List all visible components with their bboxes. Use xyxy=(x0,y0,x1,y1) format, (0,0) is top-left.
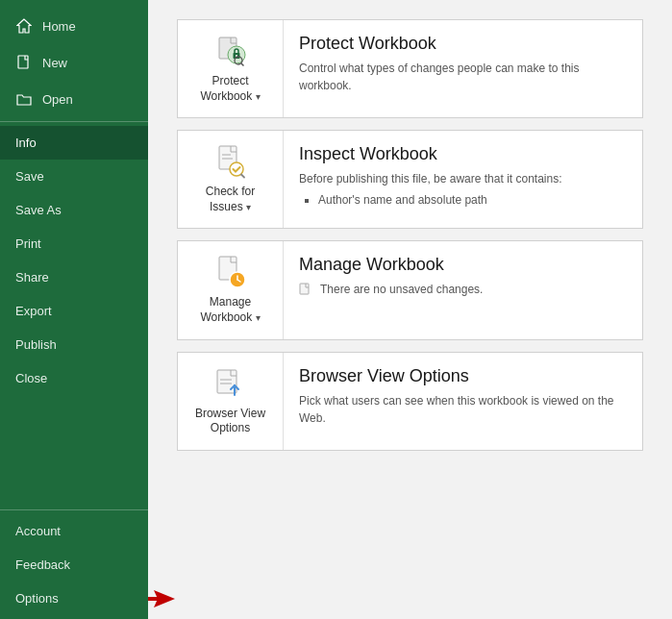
browser-view-content: Browser View Options Pick what users can… xyxy=(284,353,642,440)
protect-workbook-content: Protect Workbook Control what types of c… xyxy=(284,20,642,108)
sidebar-item-feedback-label: Feedback xyxy=(15,557,70,572)
sidebar-item-export-label: Export xyxy=(15,304,52,318)
sidebar-item-open-label: Open xyxy=(42,92,73,107)
manage-doc-icon xyxy=(299,283,312,296)
sidebar-item-info[interactable]: Info xyxy=(0,126,148,160)
inspect-workbook-content: Inspect Workbook Before publishing this … xyxy=(284,131,642,222)
manage-workbook-card: ManageWorkbook ▾ Manage Workbook There a… xyxy=(177,240,643,339)
home-icon xyxy=(15,17,33,35)
sidebar: Home New Open Info xyxy=(0,0,148,619)
protect-workbook-label: ProtectWorkbook ▾ xyxy=(200,74,260,104)
sidebar-item-save-label: Save xyxy=(15,169,44,184)
browser-view-icon-area[interactable]: Browser ViewOptions xyxy=(178,353,284,450)
sidebar-item-home-label: Home xyxy=(42,19,76,34)
inspect-workbook-card: Check forIssues ▾ Inspect Workbook Befor… xyxy=(177,130,643,229)
sidebar-item-options-label: Options xyxy=(15,591,59,606)
sidebar-top: Home New Open Info xyxy=(0,0,148,403)
main-content: ProtectWorkbook ▾ Protect Workbook Contr… xyxy=(148,0,672,619)
check-issues-icon-area[interactable]: Check forIssues ▾ xyxy=(178,131,284,228)
open-icon xyxy=(15,90,33,108)
svg-rect-18 xyxy=(300,284,309,294)
sidebar-item-save-as-label: Save As xyxy=(15,203,62,217)
manage-workbook-label: ManageWorkbook ▾ xyxy=(200,295,260,325)
manage-workbook-icon-area[interactable]: ManageWorkbook ▾ xyxy=(178,241,284,338)
manage-workbook-description: There are no unsaved changes. xyxy=(299,281,627,298)
sidebar-item-info-label: Info xyxy=(15,136,37,150)
sidebar-item-print[interactable]: Print xyxy=(0,227,148,260)
browser-view-title: Browser View Options xyxy=(299,366,627,386)
sidebar-item-account-label: Account xyxy=(15,524,61,538)
protect-workbook-card: ProtectWorkbook ▾ Protect Workbook Contr… xyxy=(177,19,643,118)
new-icon xyxy=(15,54,33,71)
manage-workbook-icon xyxy=(213,255,248,289)
svg-line-8 xyxy=(241,63,244,66)
sidebar-item-export[interactable]: Export xyxy=(0,294,148,328)
sidebar-item-save[interactable]: Save xyxy=(0,160,148,193)
sidebar-item-open[interactable]: Open xyxy=(0,81,148,117)
sidebar-item-publish[interactable]: Publish xyxy=(0,328,148,361)
sidebar-item-new[interactable]: New xyxy=(0,44,148,81)
check-issues-label: Check forIssues ▾ xyxy=(206,185,255,214)
inspect-workbook-title: Inspect Workbook xyxy=(299,144,627,164)
protect-workbook-description: Control what types of changes people can… xyxy=(299,60,627,94)
sidebar-item-save-as[interactable]: Save As xyxy=(0,193,148,227)
manage-workbook-content: Manage Workbook There are no unsaved cha… xyxy=(284,241,642,311)
sidebar-divider-top xyxy=(0,121,148,122)
inspect-workbook-description: Before publishing this file, be aware th… xyxy=(299,170,627,209)
sidebar-item-feedback[interactable]: Feedback xyxy=(0,548,148,582)
manage-workbook-title: Manage Workbook xyxy=(299,255,627,275)
svg-rect-0 xyxy=(18,56,28,68)
sidebar-item-close[interactable]: Close xyxy=(0,361,148,395)
browser-view-label: Browser ViewOptions xyxy=(195,407,265,436)
svg-line-13 xyxy=(241,175,244,178)
protect-workbook-title: Protect Workbook xyxy=(299,34,627,54)
inspect-workbook-list: Author's name and absolute path xyxy=(318,191,627,209)
browser-view-icon xyxy=(213,366,248,401)
options-arrow-icon xyxy=(148,590,175,607)
sidebar-bottom: Account Feedback Options xyxy=(0,509,148,619)
sidebar-item-share[interactable]: Share xyxy=(0,260,148,294)
check-issues-icon xyxy=(213,144,248,179)
sidebar-item-home[interactable]: Home xyxy=(0,8,148,44)
manage-row: There are no unsaved changes. xyxy=(299,281,627,298)
sidebar-item-close-label: Close xyxy=(15,371,47,385)
browser-view-card: Browser ViewOptions Browser View Options… xyxy=(177,352,643,451)
svg-rect-2 xyxy=(148,597,160,601)
protect-workbook-icon-area[interactable]: ProtectWorkbook ▾ xyxy=(178,20,284,117)
sidebar-item-publish-label: Publish xyxy=(15,337,57,352)
sidebar-item-print-label: Print xyxy=(15,236,41,251)
sidebar-item-share-label: Share xyxy=(15,270,49,285)
sidebar-item-account[interactable]: Account xyxy=(0,514,148,548)
protect-workbook-icon xyxy=(213,34,248,68)
sidebar-item-new-label: New xyxy=(42,56,67,70)
list-item: Author's name and absolute path xyxy=(318,191,627,209)
sidebar-item-options[interactable]: Options xyxy=(0,582,148,615)
browser-view-description: Pick what users can see when this workbo… xyxy=(299,392,627,427)
